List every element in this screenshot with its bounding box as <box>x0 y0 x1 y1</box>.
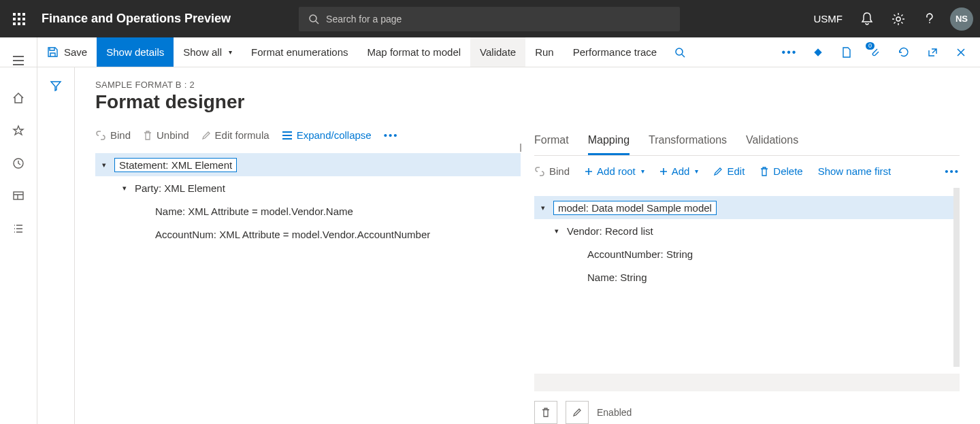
company-selector[interactable]: USMF <box>807 13 850 25</box>
expand-collapse-button[interactable]: Expand/collapse <box>282 129 372 141</box>
star-icon <box>12 125 24 137</box>
user-avatar[interactable]: NS <box>950 7 973 31</box>
mapping-node-vendor[interactable]: Vendor: Record list <box>534 219 953 242</box>
trash-icon <box>760 166 769 177</box>
more-actions-button[interactable]: ••• <box>776 37 803 67</box>
svg-point-3 <box>676 48 683 55</box>
unbind-button[interactable]: Unbind <box>143 129 189 141</box>
search-icon <box>674 47 685 58</box>
mapping-node-name[interactable]: Name: String <box>534 265 953 289</box>
bind-button[interactable]: Bind <box>95 129 131 141</box>
nav-collapse-button[interactable] <box>0 46 37 76</box>
action-search-button[interactable] <box>666 37 693 67</box>
right-tabs: Format Mapping Transformations Validatio… <box>534 134 960 156</box>
left-pane-toolbar: Bind Unbind Edit formula Expand/collapse… <box>95 125 521 145</box>
filter-rail <box>37 67 75 424</box>
top-actions: USMF NS <box>807 0 974 37</box>
bottom-delete-button[interactable] <box>534 401 557 424</box>
close-button[interactable] <box>947 37 975 67</box>
validate-button[interactable]: Validate <box>470 37 525 67</box>
link-icon <box>534 167 545 176</box>
tree-node-label: Name: String <box>587 272 647 283</box>
performance-trace-button[interactable]: Performance trace <box>564 37 666 67</box>
ellipsis-icon: ••• <box>945 165 960 177</box>
modules-button[interactable] <box>0 218 37 239</box>
funnel-icon <box>50 80 62 92</box>
tree-node-name[interactable]: Name: XML Attribute = model.Vendor.Name <box>95 199 521 223</box>
search-icon <box>308 14 319 25</box>
tree-node-label: Vendor: Record list <box>567 225 653 237</box>
right-pane: || Format Mapping Transformations Valida… <box>527 67 980 424</box>
svg-line-1 <box>316 21 318 24</box>
search-placeholder: Search for a page <box>326 14 402 25</box>
favorites-button[interactable] <box>0 120 37 141</box>
waffle-icon <box>13 13 25 25</box>
left-rail <box>0 37 37 424</box>
office-addin-button[interactable] <box>804 37 832 67</box>
plus-icon <box>659 167 668 176</box>
delete-button[interactable]: Delete <box>760 165 802 177</box>
run-button[interactable]: Run <box>525 37 564 67</box>
bell-icon <box>861 12 873 26</box>
pencil-icon <box>713 167 723 176</box>
hamburger-icon <box>12 56 24 65</box>
popout-button[interactable] <box>919 37 946 67</box>
tree-node-statement[interactable]: Statement: XML Element <box>95 153 521 176</box>
expand-icon[interactable] <box>538 203 548 212</box>
show-details-button[interactable]: Show details <box>97 37 174 67</box>
close-icon <box>956 48 966 57</box>
home-icon <box>12 92 24 104</box>
tab-transformations[interactable]: Transformations <box>649 134 727 155</box>
attachments-badge: 0 <box>866 42 875 50</box>
help-button[interactable] <box>916 0 943 37</box>
list-tree-icon <box>282 131 293 140</box>
global-search-input[interactable]: Search for a page <box>299 7 680 31</box>
tree-node-party[interactable]: Party: XML Element <box>95 176 521 199</box>
format-enumerations-button[interactable]: Format enumerations <box>242 37 358 67</box>
expand-icon[interactable] <box>552 227 561 235</box>
map-format-to-model-button[interactable]: Map format to model <box>358 37 471 67</box>
recent-button[interactable] <box>0 153 37 174</box>
tab-format[interactable]: Format <box>534 134 569 155</box>
add-root-button[interactable]: Add root ▾ <box>585 165 644 177</box>
mapping-more-button[interactable]: ••• <box>945 165 960 177</box>
notifications-button[interactable] <box>853 0 881 37</box>
format-tree: Statement: XML Element Party: XML Elemen… <box>95 153 521 246</box>
workspaces-button[interactable] <box>0 186 37 206</box>
list-icon <box>12 223 24 235</box>
open-in-office-button[interactable] <box>833 37 860 67</box>
chevron-down-icon: ▾ <box>641 167 644 175</box>
show-all-button[interactable]: Show all ▾ <box>174 37 242 67</box>
gear-icon <box>892 12 905 26</box>
tab-validations[interactable]: Validations <box>746 134 798 155</box>
settings-button[interactable] <box>885 0 912 37</box>
app-title: Finance and Operations Preview <box>42 12 231 26</box>
show-name-first-button[interactable]: Show name first <box>818 165 892 177</box>
save-button[interactable]: Save <box>37 37 97 67</box>
trash-icon <box>541 407 551 418</box>
edit-formula-button[interactable]: Edit formula <box>201 129 270 141</box>
attachments-button[interactable]: 0 <box>862 37 889 67</box>
svg-point-0 <box>310 15 316 22</box>
mapping-node-accountnumber[interactable]: AccountNumber: String <box>534 242 953 265</box>
edit-button[interactable]: Edit <box>713 165 745 177</box>
filter-button[interactable] <box>50 80 62 424</box>
svg-rect-7 <box>14 192 23 199</box>
tree-node-accountnum[interactable]: AccountNum: XML Attribute = model.Vendor… <box>95 223 521 246</box>
bottom-edit-button[interactable] <box>566 401 589 424</box>
home-button[interactable] <box>0 88 37 108</box>
add-button[interactable]: Add ▾ <box>659 165 699 177</box>
svg-rect-5 <box>814 48 821 56</box>
tab-mapping[interactable]: Mapping <box>588 134 630 155</box>
left-toolbar-more-button[interactable]: ••• <box>384 129 399 141</box>
mapping-node-model[interactable]: model: Data model Sample model <box>534 196 953 219</box>
expand-icon[interactable] <box>120 184 129 193</box>
refresh-button[interactable] <box>890 37 917 67</box>
pane-splitter[interactable]: || <box>519 142 526 156</box>
expand-icon[interactable] <box>99 161 109 169</box>
page-title: Format designer <box>95 91 521 113</box>
link-icon <box>95 131 106 140</box>
app-launcher-button[interactable] <box>0 0 37 37</box>
tree-node-label: Name: XML Attribute = model.Vendor.Name <box>155 206 353 217</box>
mapping-bind-button[interactable]: Bind <box>534 165 570 177</box>
